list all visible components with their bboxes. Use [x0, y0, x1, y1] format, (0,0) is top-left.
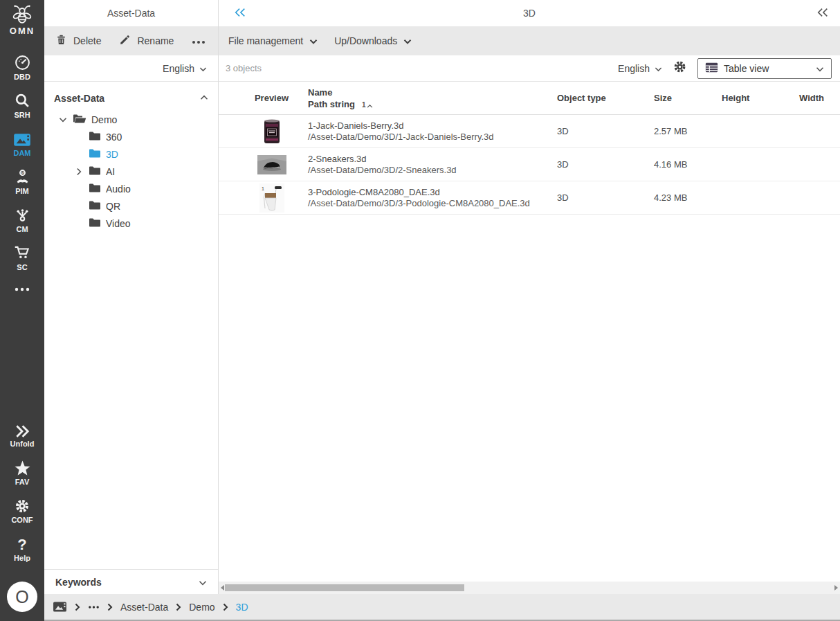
chevron-up-icon[interactable]: [200, 93, 208, 104]
breadcrumb-item-3d[interactable]: 3D: [236, 602, 248, 613]
tree-node-ai[interactable]: AI: [54, 163, 208, 180]
view-mode-value: Table view: [724, 63, 769, 74]
rename-button[interactable]: Rename: [119, 34, 174, 48]
collapse-panel-left-icon[interactable]: [234, 7, 246, 20]
folder-tree: Asset-Data: [44, 82, 218, 569]
column-header-width[interactable]: Width: [799, 93, 840, 103]
file-management-menu[interactable]: File management: [228, 35, 318, 46]
scrollbar-thumb[interactable]: [225, 584, 464, 591]
chevron-down-icon: [199, 577, 207, 588]
omn-logo[interactable]: OMN: [9, 4, 35, 36]
explorer-more-button[interactable]: [192, 35, 206, 46]
keywords-section-header[interactable]: Keywords: [44, 569, 218, 594]
chevron-down-icon: [309, 35, 318, 46]
explorer-title-text: Asset-Data: [107, 8, 155, 19]
asset-name-path: 3-Podologie-CM8A2080_DAE.3d /Asset-Data/…: [308, 187, 557, 209]
tree-node-360[interactable]: 360: [54, 128, 208, 145]
list-controls-bar: 3 objects English: [219, 55, 840, 82]
folder-icon: [89, 183, 101, 195]
rail-item-label: FAV: [15, 478, 30, 486]
main-title-text: 3D: [523, 8, 536, 19]
asset-name: 3-Podologie-CM8A2080_DAE.3d: [308, 187, 557, 198]
table-row[interactable]: 1-Jack-Daniels-Berry.3d /Asset-Data/Demo…: [219, 115, 840, 148]
rail-item-unfold[interactable]: Unfold: [10, 420, 35, 448]
asset-name: 2-Sneakers.3d: [308, 154, 557, 165]
folder-icon: [89, 131, 101, 143]
person-icon: P: [14, 168, 31, 186]
sort-indicator[interactable]: 1: [362, 101, 374, 110]
rail-more-button[interactable]: [14, 281, 30, 298]
rail-item-conf[interactable]: CONF: [11, 496, 33, 524]
rail-item-label: SC: [17, 263, 27, 271]
tree-node-label: Video: [106, 218, 131, 229]
rail-item-pim[interactable]: P PIM: [14, 167, 31, 195]
breadcrumb-ellipsis[interactable]: [88, 605, 100, 609]
breadcrumb-item-demo[interactable]: Demo: [189, 602, 214, 613]
column-header-size[interactable]: Size: [654, 93, 722, 103]
list-controls-right: English: [618, 58, 832, 79]
column-header-height[interactable]: Height: [722, 93, 799, 103]
tree-node-audio[interactable]: Audio: [54, 180, 208, 197]
rail-item-sc[interactable]: SC: [13, 243, 31, 271]
main-panel: 3D File management U: [219, 0, 840, 594]
asset-object-type: 3D: [557, 192, 654, 203]
rename-button-label: Rename: [137, 35, 174, 46]
ellipsis-icon: [14, 287, 30, 292]
rail-item-cm[interactable]: CM: [14, 205, 31, 233]
chevron-down-icon[interactable]: [58, 117, 68, 123]
delete-button-label: Delete: [73, 35, 101, 46]
horizontal-scrollbar[interactable]: [219, 582, 840, 594]
collapse-panel-right-icon[interactable]: [816, 7, 829, 20]
user-avatar[interactable]: O: [7, 582, 37, 612]
chevron-down-icon: [816, 63, 824, 74]
rail-item-dam[interactable]: DAM: [13, 129, 31, 157]
scroll-right-arrow[interactable]: [834, 585, 838, 591]
asset-path: /Asset-Data/Demo/3D/3-Podologie-CM8A2080…: [308, 198, 557, 209]
asset-size: 4.23 MB: [654, 192, 722, 203]
app-rail: OMN DBD SRH: [0, 0, 44, 621]
preview-thumbnail-sneakers: [257, 155, 286, 174]
chevron-right-icon[interactable]: [76, 167, 82, 177]
tree-node-video[interactable]: Video: [54, 215, 208, 232]
column-header-path: Path string: [308, 98, 355, 110]
column-header-object-type[interactable]: Object type: [557, 93, 654, 103]
asset-name-path: 1-Jack-Daniels-Berry.3d /Asset-Data/Demo…: [308, 120, 557, 143]
file-management-label: File management: [228, 35, 303, 46]
chevron-down-icon: [655, 63, 662, 74]
delete-button[interactable]: Delete: [55, 34, 101, 48]
dam-module-icon[interactable]: [53, 601, 67, 613]
app-window: OMN DBD SRH: [0, 0, 840, 621]
avatar-letter: O: [15, 587, 28, 607]
rail-item-dbd[interactable]: DBD: [14, 53, 31, 81]
preview-thumbnail-podologie: 1: [259, 183, 284, 213]
asset-name: 1-Jack-Daniels-Berry.3d: [308, 120, 557, 132]
main-language-select[interactable]: English: [618, 63, 662, 74]
column-settings-button[interactable]: [673, 60, 687, 77]
rail-item-help[interactable]: ? Help: [14, 534, 30, 562]
open-folder-icon: [73, 114, 86, 126]
column-header-preview[interactable]: Preview: [255, 93, 289, 103]
column-header-name-path[interactable]: Name Path string 1: [308, 87, 557, 110]
folder-icon: [89, 148, 101, 161]
table-row[interactable]: 2-Sneakers.3d /Asset-Data/Demo/3D/2-Snea…: [219, 148, 840, 181]
rail-item-label: DBD: [14, 73, 30, 81]
rail-item-srh[interactable]: SRH: [14, 91, 31, 119]
tree-node-demo[interactable]: Demo: [54, 111, 208, 128]
tree-node-qr[interactable]: QR: [54, 197, 208, 215]
table-row[interactable]: 1 3-Podologie-CM8A2080_DAE.3d /Asset-Dat…: [219, 181, 840, 215]
explorer-language-select[interactable]: English: [44, 55, 218, 82]
updownloads-menu[interactable]: Up/Downloads: [334, 35, 412, 46]
rail-item-label: CM: [16, 225, 28, 233]
scroll-left-arrow[interactable]: [221, 585, 224, 591]
tree-node-3d[interactable]: 3D: [54, 145, 208, 163]
chevron-down-icon: [199, 63, 207, 74]
rail-item-label: PIM: [15, 187, 29, 195]
breadcrumb-item-asset-data[interactable]: Asset-Data: [120, 602, 168, 613]
explorer-panel: Asset-Data Delete: [44, 0, 219, 594]
view-mode-select[interactable]: Table view: [697, 58, 832, 79]
rail-item-fav[interactable]: FAV: [14, 458, 31, 486]
tree-node-label: Audio: [106, 183, 131, 195]
image-icon: [13, 132, 31, 147]
tree-root-asset-data[interactable]: Asset-Data: [54, 90, 208, 107]
search-icon: [14, 92, 31, 109]
